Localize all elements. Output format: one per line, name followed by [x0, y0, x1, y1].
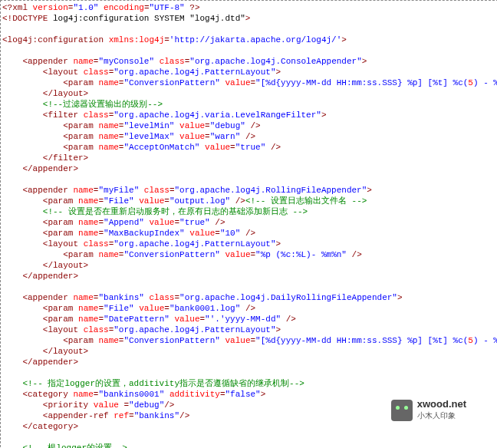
robot-icon [391, 400, 413, 421]
logo-subtitle: 小木人印象 [417, 411, 456, 420]
watermark-logo: xwood.net 小木人印象 [391, 399, 466, 421]
code-viewer[interactable]: <?xml version="1.0" encoding="UTF-8" ?> … [2, 2, 496, 448]
logo-title: xwood.net [417, 398, 466, 410]
logo-text: xwood.net 小木人印象 [417, 399, 466, 421]
